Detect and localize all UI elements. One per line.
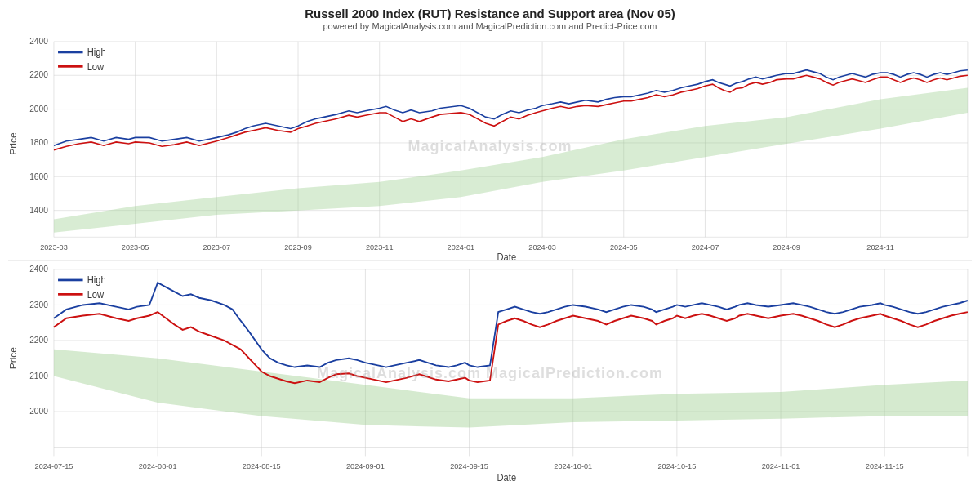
bottom-chart: MagicalAnalysis.com MagicalPrediction.co…	[8, 260, 972, 488]
svg-text:2000: 2000	[29, 405, 48, 415]
bottom-chart-svg: 2400 2300 2200 2100 2000 Price 2024-07-1…	[8, 261, 972, 488]
svg-text:High: High	[87, 47, 106, 57]
svg-text:2024-11-01: 2024-11-01	[762, 461, 800, 470]
svg-text:2400: 2400	[29, 263, 48, 273]
svg-text:2024-09-01: 2024-09-01	[346, 461, 385, 470]
svg-text:2024-07: 2024-07	[692, 242, 719, 251]
svg-text:2024-11: 2024-11	[866, 242, 894, 251]
svg-text:2024-10-01: 2024-10-01	[554, 461, 592, 470]
svg-text:1400: 1400	[29, 205, 48, 215]
svg-text:2024-03: 2024-03	[528, 242, 556, 251]
svg-text:2100: 2100	[29, 370, 48, 380]
svg-text:2024-10-15: 2024-10-15	[657, 461, 696, 470]
svg-text:2024-08-15: 2024-08-15	[243, 461, 281, 470]
title-area: Russell 2000 Index (RUT) Resistance and …	[0, 0, 980, 33]
svg-text:2024-09: 2024-09	[773, 242, 800, 251]
svg-text:2200: 2200	[29, 334, 48, 344]
svg-text:2024-11-15: 2024-11-15	[866, 461, 904, 470]
svg-text:2400: 2400	[29, 36, 48, 46]
top-chart-svg: 2400 2200 2000 1800 1600 1400 Price 2023…	[8, 33, 972, 260]
svg-text:2023-03: 2023-03	[40, 242, 68, 251]
svg-text:Date: Date	[497, 472, 517, 482]
svg-text:2023-07: 2023-07	[203, 242, 231, 251]
svg-text:2300: 2300	[29, 299, 48, 309]
svg-text:2200: 2200	[29, 69, 48, 79]
svg-text:2024-09-15: 2024-09-15	[450, 461, 488, 470]
svg-text:2000: 2000	[29, 104, 48, 114]
svg-text:2024-01: 2024-01	[448, 242, 475, 251]
svg-text:2024-07-15: 2024-07-15	[35, 461, 74, 470]
top-chart: MagicalAnalysis.com	[8, 33, 972, 260]
svg-marker-38	[54, 87, 968, 232]
main-title: Russell 2000 Index (RUT) Resistance and …	[0, 7, 980, 20]
svg-text:2024-08-01: 2024-08-01	[139, 461, 177, 470]
svg-text:2023-09: 2023-09	[284, 242, 312, 251]
svg-text:1600: 1600	[29, 171, 48, 180]
svg-text:Low: Low	[87, 289, 105, 299]
svg-text:High: High	[87, 274, 106, 284]
svg-text:2024-05: 2024-05	[610, 242, 638, 251]
main-container: Russell 2000 Index (RUT) Resistance and …	[0, 0, 980, 490]
svg-text:2023-05: 2023-05	[122, 242, 149, 251]
svg-text:Price: Price	[9, 132, 19, 154]
subtitle: powered by MagicalAnalysis.com and Magic…	[0, 21, 980, 31]
svg-text:Price: Price	[9, 347, 19, 369]
charts-area: MagicalAnalysis.com	[0, 33, 980, 490]
svg-marker-75	[54, 349, 968, 427]
svg-text:Date: Date	[497, 252, 517, 259]
svg-text:Low: Low	[87, 61, 105, 71]
svg-text:1800: 1800	[29, 137, 48, 147]
svg-text:2023-11: 2023-11	[366, 242, 394, 251]
